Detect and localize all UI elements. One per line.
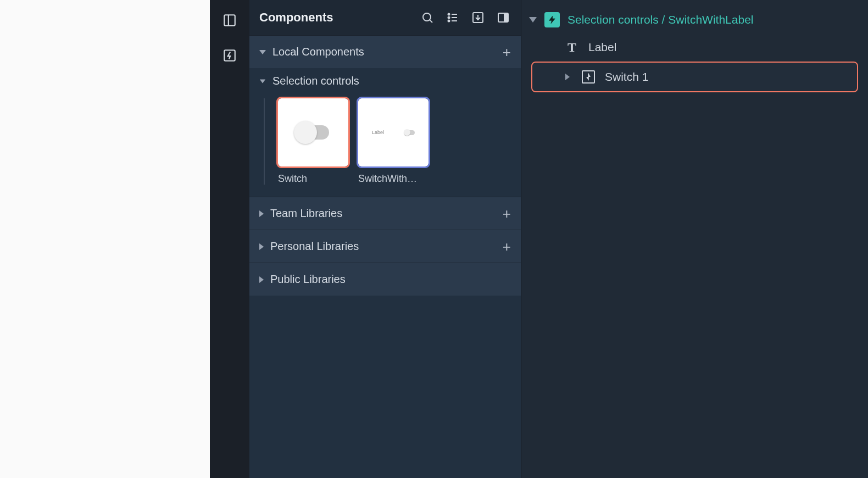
component-badge	[544, 12, 560, 27]
list-view-button[interactable]	[445, 10, 460, 25]
svg-rect-0	[224, 15, 235, 26]
add-personal-library-button[interactable]: +	[503, 240, 511, 254]
svg-point-3	[423, 13, 431, 21]
components-button[interactable]	[221, 47, 238, 64]
document-whitespace	[0, 0, 210, 478]
components-panel: Components	[249, 0, 521, 478]
switch-preview	[297, 125, 329, 140]
tool-rail	[210, 0, 249, 478]
column-icon	[497, 11, 510, 24]
section-label: Team Libraries	[270, 207, 342, 220]
instance-type-icon	[581, 69, 596, 85]
section-local-components[interactable]: Local Components +	[249, 35, 521, 68]
svg-point-6	[448, 17, 450, 19]
mini-label-text: Label	[372, 130, 384, 135]
component-card-switch[interactable]: Switch	[278, 98, 348, 185]
chevron-right-icon	[259, 243, 264, 250]
chevron-right-icon	[259, 210, 264, 217]
svg-rect-14	[504, 13, 508, 22]
layers-panel: Selection controls / SwitchWithLabel T L…	[521, 0, 868, 478]
layer-root-label: Selection controls / SwitchWithLabel	[567, 13, 754, 26]
section-public-libraries[interactable]: Public Libraries	[249, 263, 521, 296]
add-local-component-button[interactable]: +	[503, 45, 511, 59]
layer-item-text: Switch 1	[605, 70, 648, 84]
chevron-right-icon	[565, 74, 570, 80]
card-label: SwitchWith…	[358, 173, 429, 185]
lightning-square-icon	[222, 48, 237, 63]
section-label: Local Components	[272, 46, 364, 58]
svg-marker-15	[549, 16, 555, 23]
svg-point-7	[448, 20, 450, 22]
section-label: Public Libraries	[270, 273, 346, 286]
card-thumbnail-switch	[278, 98, 348, 166]
svg-line-4	[430, 20, 432, 23]
panel-title: Components	[259, 10, 333, 25]
card-label: Switch	[278, 173, 348, 185]
lightning-icon	[548, 15, 557, 24]
chevron-down-icon	[529, 17, 537, 23]
layer-root[interactable]: Selection controls / SwitchWithLabel	[521, 7, 868, 33]
tree-guide	[264, 98, 265, 185]
component-card-switchwithlabel[interactable]: Label SwitchWith…	[358, 98, 429, 185]
mini-switch-preview	[405, 130, 415, 135]
component-cards: Switch Label SwitchWith…	[249, 91, 521, 197]
svg-point-5	[448, 14, 450, 15]
search-icon	[421, 11, 434, 24]
list-icon	[446, 11, 459, 24]
add-team-library-button[interactable]: +	[503, 207, 511, 221]
layer-item-label[interactable]: T Label	[521, 33, 868, 62]
import-button[interactable]	[470, 10, 486, 25]
group-label: Selection controls	[272, 75, 359, 87]
search-button[interactable]	[420, 10, 435, 25]
panel-header: Components	[249, 0, 521, 35]
sidebar-icon	[222, 13, 237, 27]
card-thumbnail-switchwithlabel: Label	[358, 98, 429, 166]
panels-toggle-button[interactable]	[221, 12, 238, 29]
section-label: Personal Libraries	[270, 240, 359, 253]
layer-item-text: Label	[588, 41, 616, 54]
layer-item-switch1[interactable]: Switch 1	[531, 62, 858, 92]
download-square-icon	[471, 11, 485, 24]
section-personal-libraries[interactable]: Personal Libraries +	[249, 230, 521, 263]
section-team-libraries[interactable]: Team Libraries +	[249, 197, 521, 230]
text-type-icon: T	[564, 40, 580, 55]
panel-toolbar	[420, 10, 511, 25]
chevron-down-icon	[260, 79, 265, 83]
split-view-button[interactable]	[496, 10, 511, 25]
chevron-down-icon	[259, 50, 266, 54]
group-selection-controls[interactable]: Selection controls	[249, 68, 521, 91]
chevron-right-icon	[259, 276, 264, 283]
